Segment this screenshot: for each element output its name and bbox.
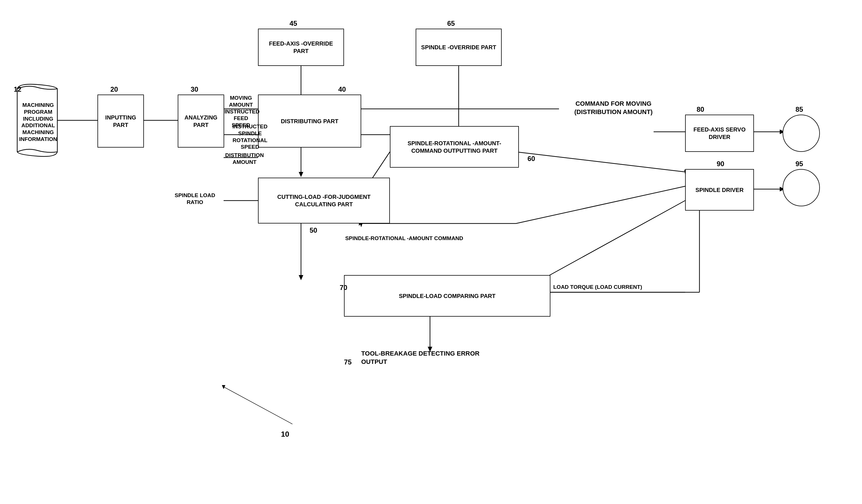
diagram-svg	[0, 0, 862, 504]
ref-85: 85	[796, 105, 803, 114]
spindle-load-comparing-box: SPINDLE-LOAD COMPARING PART	[344, 275, 550, 317]
ref-70: 70	[340, 284, 348, 292]
ref-40: 40	[338, 85, 346, 93]
ref-80: 80	[696, 105, 704, 114]
ref-30: 30	[191, 85, 198, 93]
spindle-load-ratio-label: SPINDLE LOAD RATIO	[172, 192, 218, 206]
spindle-override-box: SPINDLE -OVERRIDE PART	[416, 29, 502, 66]
svg-line-19	[516, 152, 685, 172]
ref-10: 10	[281, 430, 289, 439]
ref-90: 90	[717, 160, 724, 168]
spindle-driver-box: SPINDLE DRIVER	[685, 169, 754, 211]
ref-12: 12	[14, 85, 22, 93]
analyzing-part-box: ANALYZING PART	[178, 95, 224, 148]
ref-50: 50	[310, 226, 317, 234]
command-for-moving-label: COMMAND FOR MOVING (DISTRIBUTION AMOUNT)	[562, 100, 665, 116]
spindle-motor-circle	[783, 169, 820, 206]
spindle-rot-cmd-label: SPINDLE-ROTATIONAL -AMOUNT COMMAND	[344, 235, 465, 242]
feed-axis-motor-circle	[783, 115, 820, 152]
svg-marker-11	[299, 172, 303, 177]
svg-line-23	[545, 201, 685, 278]
ref-20: 20	[110, 85, 118, 93]
feed-axis-servo-box: FEED-AXIS SERVO DRIVER	[685, 115, 754, 152]
distribution-amount-label: DISTRIBUTION AMOUNT	[224, 152, 265, 165]
inputting-part-box: INPUTTING PART	[97, 95, 144, 148]
ref-45: 45	[289, 19, 297, 27]
svg-marker-45	[222, 385, 225, 389]
svg-line-44	[224, 387, 292, 424]
ref-60: 60	[527, 155, 535, 163]
instructed-spindle-label: INSTRUCTED SPINDLE ROTATIONAL SPEED	[224, 123, 275, 150]
feed-axis-override-box: FEED-AXIS -OVERRIDE PART	[258, 29, 344, 66]
machining-program-label: MACHINING PROGRAM INCLUDING ADDITIONAL M…	[18, 102, 58, 143]
svg-line-25	[516, 186, 685, 224]
tool-breakage-label: TOOL-BREAKAGE DETECTING ERROR OUTPUT	[361, 349, 505, 366]
cutting-load-box: CUTTING-LOAD -FOR-JUDGMENT CALCULATING P…	[258, 178, 390, 224]
spindle-rot-amount-cmd-box: SPINDLE-ROTATIONAL -AMOUNT-COMMAND OUTPU…	[390, 126, 519, 168]
svg-marker-30	[299, 275, 303, 280]
diagram-container: MACHINING PROGRAM INCLUDING ADDITIONAL M…	[0, 0, 862, 504]
ref-95: 95	[796, 160, 803, 168]
ref-75: 75	[344, 358, 352, 366]
load-torque-label: LOAD TORQUE (LOAD CURRENT)	[552, 284, 643, 291]
ref-65: 65	[447, 19, 455, 27]
